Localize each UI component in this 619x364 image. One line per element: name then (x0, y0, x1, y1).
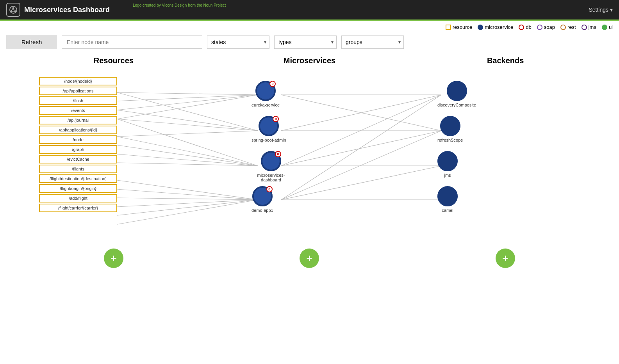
resource-icon (446, 25, 451, 30)
node-spring-boot-admin[interactable]: 0 spring-boot-admin (252, 116, 286, 142)
svg-line-25 (117, 200, 258, 224)
discoveryComposite-label: discoveryComposite (437, 103, 476, 107)
resource-box[interactable]: /node (39, 135, 117, 144)
legend-ui-label: ui (609, 24, 613, 30)
refreshScope-label: refreshScope (437, 138, 463, 142)
columns-header: Resources Microservices Backends (0, 56, 619, 65)
soap-icon (537, 25, 542, 30)
resource-box[interactable]: /graph (39, 145, 117, 154)
svg-line-24 (117, 200, 258, 215)
legend-soap-label: soap (544, 24, 555, 30)
legend-db: db (519, 24, 531, 30)
backends-column-header: Backends (487, 56, 524, 65)
resources-column: /node/{nodeId}/api/applications/flush/ev… (39, 77, 117, 212)
microservices-dashboard-label: microservices-dashboard (252, 173, 291, 182)
svg-line-12 (117, 110, 258, 131)
svg-line-18 (117, 154, 258, 166)
resource-box[interactable]: /flights (39, 165, 117, 173)
resource-box[interactable]: /node/{nodeId} (39, 77, 117, 85)
svg-line-10 (117, 95, 258, 119)
node-demo-app1[interactable]: 0 demo-app1 (252, 186, 273, 213)
svg-line-21 (117, 189, 258, 200)
svg-line-34 (281, 131, 441, 200)
types-select-wrapper: types (274, 36, 337, 49)
eureka-service-badge: 0 (269, 81, 276, 87)
microservices-column-header: Microservices (284, 56, 335, 65)
svg-line-30 (281, 95, 441, 166)
svg-line-22 (117, 198, 258, 200)
resource-box[interactable]: /api/applications (39, 87, 117, 95)
add-backend-button[interactable]: + (496, 249, 515, 268)
discoveryComposite-circle (447, 81, 467, 101)
microservices-dashboard-circle: 0 (261, 151, 281, 171)
legend-soap: soap (537, 24, 555, 30)
resource-box[interactable]: /evictCache (39, 155, 117, 163)
resource-box[interactable]: /events (39, 106, 117, 115)
states-select-wrapper: states (207, 36, 269, 49)
states-select[interactable]: states (207, 36, 269, 49)
resource-box[interactable]: /api/journal (39, 116, 117, 124)
svg-line-35 (281, 166, 441, 200)
node-camel[interactable]: camel (437, 186, 458, 213)
legend-microservice-label: microservice (485, 24, 513, 30)
demo-app1-circle: 0 (252, 186, 273, 206)
svg-line-20 (117, 180, 258, 200)
header: Microservices Dashboard Logo created by … (0, 0, 619, 20)
svg-line-9 (117, 95, 258, 110)
add-resource-button[interactable]: + (104, 249, 123, 268)
node-eureka-service[interactable]: 0 eureka-service (252, 81, 280, 107)
svg-line-28 (281, 95, 441, 131)
main-content: Resources Microservices Backends (0, 52, 619, 280)
svg-line-15 (117, 119, 258, 166)
svg-line-5 (13, 9, 15, 11)
svg-line-8 (117, 95, 258, 101)
refresh-button[interactable]: Refresh (6, 35, 57, 49)
logo (6, 3, 20, 17)
svg-line-33 (281, 95, 441, 200)
spring-boot-admin-label: spring-boot-admin (252, 138, 286, 142)
jms-circle (437, 151, 458, 171)
types-select[interactable]: types (274, 36, 337, 49)
legend: resource microservice db soap rest jms u… (0, 21, 619, 32)
add-microservice-button[interactable]: + (300, 249, 319, 268)
node-microservices-dashboard[interactable]: 0 microservices-dashboard (252, 151, 291, 182)
node-refreshScope[interactable]: refreshScope (437, 116, 463, 142)
resources-column-header: Resources (94, 56, 134, 65)
svg-line-19 (117, 163, 258, 166)
resource-box[interactable]: /flight/carrier/{carrier} (39, 204, 117, 212)
demo-app1-label: demo-app1 (252, 208, 273, 213)
svg-line-31 (281, 131, 441, 166)
resource-box[interactable]: /add/flight (39, 194, 117, 202)
resource-box[interactable]: /flush (39, 96, 117, 105)
svg-point-1 (12, 7, 14, 9)
spring-boot-admin-badge: 0 (273, 116, 279, 122)
legend-jms-label: jms (589, 24, 596, 30)
header-subtitle: Logo created by Vicons Design from the N… (133, 3, 226, 7)
search-input[interactable] (62, 36, 202, 49)
svg-line-17 (117, 145, 258, 166)
chevron-down-icon: ▾ (610, 7, 613, 13)
legend-microservice: microservice (478, 24, 513, 30)
resource-box[interactable]: /flight/origin/{origin} (39, 184, 117, 193)
camel-circle (437, 186, 458, 206)
node-jms[interactable]: jms (437, 151, 458, 178)
svg-line-23 (117, 200, 258, 207)
resource-box[interactable]: /flight/destination/{destination} (39, 174, 117, 183)
db-icon (519, 25, 524, 30)
add-buttons-row: + + + (0, 241, 619, 276)
node-discoveryComposite[interactable]: discoveryComposite (437, 81, 476, 107)
settings-button[interactable]: Settings ▾ (589, 7, 613, 13)
groups-select-wrapper: groups (341, 36, 404, 49)
svg-line-4 (11, 9, 13, 11)
eureka-service-circle: 0 (255, 81, 276, 101)
rest-icon (560, 25, 566, 30)
groups-select[interactable]: groups (341, 36, 404, 49)
demo-app1-badge: 0 (266, 186, 273, 192)
resource-box[interactable]: /api/applications/{id} (39, 126, 117, 134)
microservice-icon (478, 25, 483, 30)
svg-line-27 (281, 95, 441, 131)
svg-line-16 (117, 137, 258, 166)
app-title: Microservices Dashboard (24, 6, 110, 14)
legend-jms: jms (582, 24, 596, 30)
svg-line-11 (117, 92, 258, 131)
